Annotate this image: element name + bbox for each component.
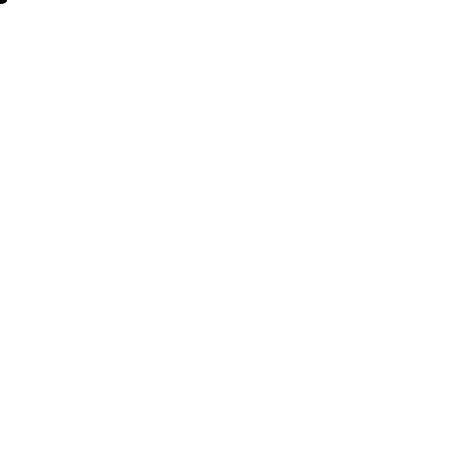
bottleneck-chart bbox=[0, 0, 476, 476]
optimal-marker bbox=[0, 0, 7, 4]
